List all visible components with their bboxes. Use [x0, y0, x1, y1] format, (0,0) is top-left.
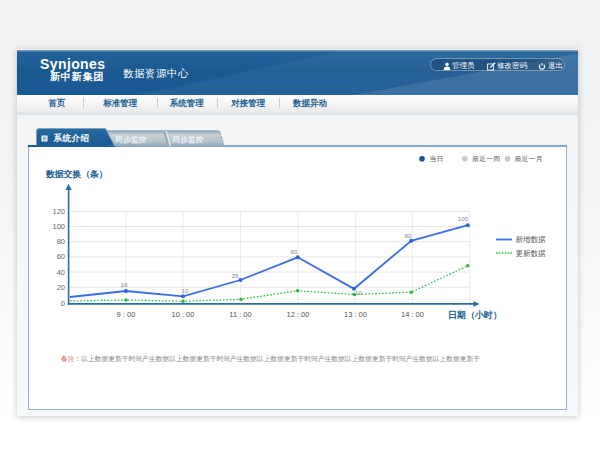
svg-text:100: 100 [52, 222, 65, 231]
svg-text:80: 80 [405, 231, 412, 238]
svg-text:80: 80 [57, 237, 65, 246]
svg-text:100: 100 [458, 215, 469, 222]
svg-text:日期（小时）: 日期（小时） [448, 310, 502, 320]
svg-text:12 : 00: 12 : 00 [287, 310, 310, 319]
svg-text:14 : 00: 14 : 00 [401, 310, 424, 319]
svg-text:数据交换（条）: 数据交换（条） [45, 169, 108, 179]
svg-text:10 : 00: 10 : 00 [172, 310, 195, 319]
svg-text:最近一周: 最近一周 [472, 155, 500, 162]
svg-text:40: 40 [57, 267, 65, 276]
svg-text:60: 60 [57, 252, 65, 261]
svg-text:更新数据: 更新数据 [516, 248, 547, 257]
svg-text:0: 0 [61, 298, 65, 307]
svg-text:120: 120 [52, 206, 65, 215]
svg-text:60: 60 [291, 247, 298, 254]
svg-text:9 : 00: 9 : 00 [117, 310, 136, 319]
svg-text:20: 20 [57, 282, 65, 291]
svg-text:11 : 00: 11 : 00 [229, 310, 251, 319]
svg-text:最近一月: 最近一月 [514, 155, 542, 163]
svg-text:18: 18 [121, 281, 128, 288]
svg-text:13 : 00: 13 : 00 [344, 310, 367, 319]
svg-text:10: 10 [355, 289, 362, 296]
svg-text:当日: 当日 [430, 155, 444, 163]
svg-text:新增数据: 新增数据 [516, 235, 547, 244]
svg-text:10: 10 [182, 287, 189, 294]
svg-text:35: 35 [232, 271, 239, 278]
